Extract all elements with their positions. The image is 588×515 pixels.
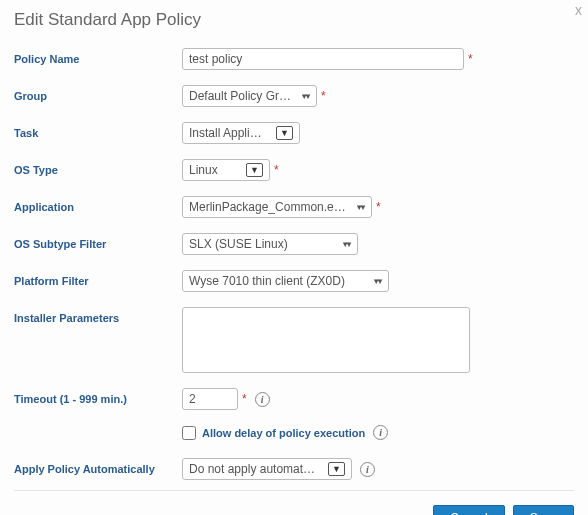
chevron-down-icon: ▼ — [276, 126, 293, 140]
info-icon[interactable]: i — [255, 392, 270, 407]
required-mark: * — [468, 52, 473, 66]
task-select[interactable]: Install Application ▼ — [182, 122, 300, 144]
label-platform: Platform Filter — [14, 270, 182, 287]
row-apply-auto: Apply Policy Automatically Do not apply … — [14, 458, 574, 480]
chevron-double-icon: ▼▼ — [300, 92, 308, 101]
info-icon[interactable]: i — [360, 462, 375, 477]
row-allow-delay: Allow delay of policy execution i — [182, 425, 574, 440]
label-os-type: OS Type — [14, 159, 182, 176]
allow-delay-label: Allow delay of policy execution — [202, 427, 365, 439]
label-group: Group — [14, 85, 182, 102]
label-installer: Installer Parameters — [14, 307, 182, 324]
label-task: Task — [14, 122, 182, 139]
edit-policy-dialog: x Edit Standard App Policy Policy Name *… — [0, 0, 588, 515]
close-icon[interactable]: x — [575, 2, 582, 18]
row-application: Application MerlinPackage_Common.exe (Lo… — [14, 196, 574, 218]
save-button[interactable]: Save — [513, 505, 574, 515]
dialog-footer: Cancel Save — [14, 505, 574, 515]
label-application: Application — [14, 196, 182, 213]
application-select[interactable]: MerlinPackage_Common.exe (Loc ▼▼ — [182, 196, 372, 218]
chevron-double-icon: ▼▼ — [372, 277, 380, 286]
info-icon[interactable]: i — [373, 425, 388, 440]
row-os-subtype: OS Subtype Filter SLX (SUSE Linux) ▼▼ — [14, 233, 574, 255]
required-mark: * — [274, 163, 279, 177]
apply-auto-select[interactable]: Do not apply automatically ▼ — [182, 458, 352, 480]
row-timeout: Timeout (1 - 999 min.) * i — [14, 388, 574, 410]
platform-select[interactable]: Wyse 7010 thin client (ZX0D) ▼▼ — [182, 270, 389, 292]
row-os-type: OS Type Linux ▼ * — [14, 159, 574, 181]
required-mark: * — [321, 89, 326, 103]
chevron-down-icon: ▼ — [246, 163, 263, 177]
row-platform: Platform Filter Wyse 7010 thin client (Z… — [14, 270, 574, 292]
label-os-subtype: OS Subtype Filter — [14, 233, 182, 250]
os-type-select[interactable]: Linux ▼ — [182, 159, 270, 181]
group-select[interactable]: Default Policy Group ▼▼ — [182, 85, 317, 107]
required-mark: * — [242, 392, 247, 406]
policy-name-input[interactable] — [182, 48, 464, 70]
chevron-double-icon: ▼▼ — [355, 203, 363, 212]
label-policy-name: Policy Name — [14, 48, 182, 65]
installer-params-textarea[interactable] — [182, 307, 470, 373]
os-subtype-select[interactable]: SLX (SUSE Linux) ▼▼ — [182, 233, 358, 255]
chevron-down-icon: ▼ — [328, 462, 345, 476]
label-timeout: Timeout (1 - 999 min.) — [14, 388, 182, 405]
cancel-button[interactable]: Cancel — [433, 505, 504, 515]
allow-delay-checkbox[interactable] — [182, 426, 196, 440]
row-policy-name: Policy Name * — [14, 48, 574, 70]
row-installer: Installer Parameters — [14, 307, 574, 373]
chevron-double-icon: ▼▼ — [341, 240, 349, 249]
label-apply-auto: Apply Policy Automatically — [14, 458, 182, 475]
row-task: Task Install Application ▼ — [14, 122, 574, 144]
required-mark: * — [376, 200, 381, 214]
row-group: Group Default Policy Group ▼▼ * — [14, 85, 574, 107]
timeout-input[interactable] — [182, 388, 238, 410]
dialog-title: Edit Standard App Policy — [14, 10, 574, 30]
divider — [14, 490, 574, 491]
